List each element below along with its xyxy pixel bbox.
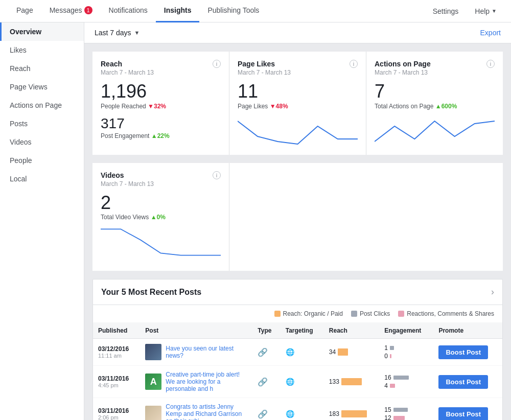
sidebar-item-people[interactable]: People xyxy=(0,151,84,170)
actions-date: March 7 - March 13 xyxy=(375,69,495,76)
nav-item-messages[interactable]: Messages 1 xyxy=(41,0,101,22)
reach-number2: 317 xyxy=(101,116,221,132)
boost-button-3[interactable]: Boost Post xyxy=(438,407,488,420)
actions-info-icon[interactable]: i xyxy=(486,60,495,68)
post-reach-1: 34 xyxy=(324,339,379,366)
post-published-2: 03/11/2016 4:45 pm xyxy=(93,366,140,398)
main-layout: Overview Likes Reach Page Views Actions … xyxy=(0,22,511,420)
page-likes-title: Page Likes xyxy=(238,60,358,68)
post-link-3[interactable]: Congrats to artists Jenny Kemp and Richa… xyxy=(166,403,247,420)
help-dropdown-arrow: ▼ xyxy=(492,8,497,14)
reach-label2: Post Engagement ▲22% xyxy=(101,132,221,139)
targeting-globe-1: 🌐 xyxy=(286,348,294,356)
col-engagement: Engagement xyxy=(379,323,433,339)
table-row: 03/11/2016 2:06 pm Congrats to artists J… xyxy=(93,398,502,420)
page-likes-chart xyxy=(238,116,358,147)
sidebar-item-likes[interactable]: Likes xyxy=(0,41,84,59)
legend-reach: Reach: Organic / Paid xyxy=(274,310,343,317)
eng-bar-2a xyxy=(393,376,409,380)
page-likes-info-icon[interactable]: i xyxy=(350,60,358,68)
post-time-3: 2:06 pm xyxy=(98,414,135,420)
sidebar-item-local[interactable]: Local xyxy=(0,170,84,188)
post-link-1[interactable]: Have you seen our latest news? xyxy=(166,345,247,359)
eng-row-1b: 0 xyxy=(384,353,428,360)
eng-bar-1a xyxy=(390,346,394,350)
nav-item-notifications[interactable]: Notifications xyxy=(101,0,156,22)
reach-title: Reach xyxy=(101,60,221,68)
legend-post-clicks: Post Clicks xyxy=(351,310,390,317)
eng-num-2a: 16 xyxy=(384,374,391,381)
post-cell-3: Congrats to artists Jenny Kemp and Richa… xyxy=(140,398,252,420)
boost-button-2[interactable]: Boost Post xyxy=(438,375,488,389)
post-cell-1: Have you seen our latest news? xyxy=(140,339,252,366)
eng-num-2b: 4 xyxy=(384,382,388,389)
col-type: Type xyxy=(252,323,280,339)
reach-bar-1 xyxy=(338,348,348,356)
metric-card-actions-on-page: i Actions on Page March 7 - March 13 7 T… xyxy=(366,52,503,155)
nav-item-publishing-tools[interactable]: Publishing Tools xyxy=(199,0,267,22)
post-content-2: A Creative part-time job alert! We are l… xyxy=(145,371,247,392)
page-likes-change: ▼48% xyxy=(270,103,288,110)
page-likes-date: March 7 - March 13 xyxy=(238,69,358,76)
posts-title: Your 5 Most Recent Posts xyxy=(101,288,201,297)
sidebar-item-posts[interactable]: Posts xyxy=(0,114,84,133)
top-nav-left: Page Messages 1 Notifications Insights P… xyxy=(8,0,427,22)
eng-row-1a: 1 xyxy=(384,344,428,352)
sidebar: Overview Likes Reach Page Views Actions … xyxy=(0,22,84,420)
post-thumb-3 xyxy=(145,406,161,420)
export-button[interactable]: Export xyxy=(480,29,501,37)
nav-settings[interactable]: Settings xyxy=(427,0,465,22)
top-nav-right: Settings Help ▼ xyxy=(427,0,503,22)
nav-help[interactable]: Help ▼ xyxy=(469,0,503,22)
videos-change: ▲0% xyxy=(151,214,166,221)
reach-bar-container-1: 34 xyxy=(329,348,374,356)
post-thumb-1 xyxy=(145,344,161,360)
sidebar-item-page-views[interactable]: Page Views xyxy=(0,78,84,96)
eng-num-3a: 15 xyxy=(384,406,391,413)
sidebar-item-reach[interactable]: Reach xyxy=(0,59,84,78)
sidebar-item-overview[interactable]: Overview xyxy=(0,22,84,41)
post-content-1: Have you seen our latest news? xyxy=(145,344,247,360)
post-reach-3: 183 xyxy=(324,398,379,420)
post-promote-1: Boost Post xyxy=(433,339,502,366)
actions-number: 7 xyxy=(375,81,495,102)
reach-info-icon[interactable]: i xyxy=(213,60,221,68)
videos-date: March 7 - March 13 xyxy=(101,180,221,188)
metrics-empty-space xyxy=(229,163,503,271)
post-link-2[interactable]: Creative part-time job alert! We are loo… xyxy=(166,371,247,392)
posts-expand-arrow[interactable]: › xyxy=(491,287,494,297)
videos-info-icon[interactable]: i xyxy=(213,171,221,179)
reach-change1: ▼32% xyxy=(148,103,166,110)
legend-reach-dot xyxy=(274,311,281,317)
post-time-2: 4:45 pm xyxy=(98,382,135,388)
nav-item-page[interactable]: Page xyxy=(8,0,41,22)
reach-second-metric: 317 Post Engagement ▲22% xyxy=(101,116,221,140)
engagement-bars-2: 16 4 xyxy=(384,374,428,389)
post-promote-3: Boost Post xyxy=(433,398,502,420)
actions-chart xyxy=(375,116,495,147)
date-range-button[interactable]: Last 7 days ▼ xyxy=(95,29,140,37)
post-promote-2: Boost Post xyxy=(433,366,502,398)
post-type-icon-2: 🔗 xyxy=(258,378,268,386)
eng-bar-3a xyxy=(393,408,408,412)
legend-reactions: Reactions, Comments & Shares xyxy=(398,310,494,317)
reach-bar-3 xyxy=(341,410,367,417)
videos-chart xyxy=(101,227,221,258)
nav-item-insights[interactable]: Insights xyxy=(156,0,200,22)
reach-bar-2 xyxy=(341,378,362,385)
videos-number: 2 xyxy=(101,193,221,213)
sidebar-item-videos[interactable]: Videos xyxy=(0,133,84,151)
main-header: Last 7 days ▼ Export xyxy=(84,22,511,43)
metric-card-videos: i Videos March 7 - March 13 2 Total Vide… xyxy=(92,163,229,271)
table-row: 03/12/2016 11:11 am Have you seen our la… xyxy=(93,339,502,366)
eng-row-3b: 12 xyxy=(384,414,428,420)
post-date-1: 03/12/2016 xyxy=(98,345,135,353)
post-published-1: 03/12/2016 11:11 am xyxy=(93,339,140,366)
engagement-bars-3: 15 12 xyxy=(384,406,428,420)
boost-button-1[interactable]: Boost Post xyxy=(438,345,488,359)
post-targeting-3: 🌐 xyxy=(281,398,324,420)
page-likes-number: 11 xyxy=(238,81,358,102)
col-reach: Reach xyxy=(324,323,379,339)
post-published-3: 03/11/2016 2:06 pm xyxy=(93,398,140,420)
sidebar-item-actions-on-page[interactable]: Actions on Page xyxy=(0,96,84,114)
